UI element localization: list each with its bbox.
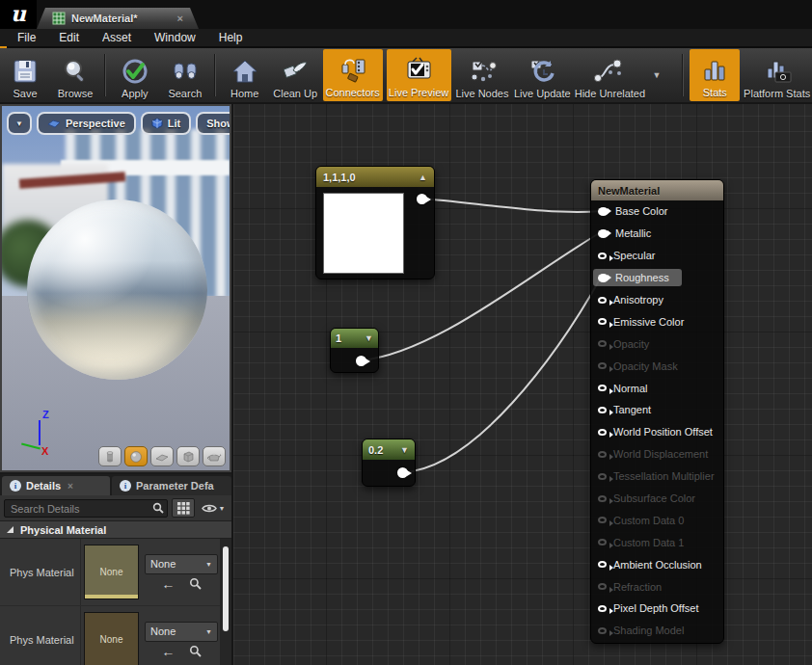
menu-edit[interactable]: Edit — [47, 31, 91, 44]
plane-shape-button[interactable] — [150, 446, 174, 466]
input-pin-icon[interactable] — [598, 318, 607, 325]
input-pin-icon[interactable] — [598, 229, 609, 238]
teapot-shape-button[interactable] — [203, 446, 226, 466]
pin-base-color[interactable]: Base Color — [591, 200, 723, 223]
toolbar-more-caret-icon[interactable]: ▼ — [647, 70, 667, 80]
hide-unrelated-toggle[interactable]: Hide Unrelated — [573, 48, 646, 102]
lit-button[interactable]: Lit — [141, 112, 191, 135]
pin-ambient-occlusion[interactable]: Ambient Occlusion — [591, 553, 723, 575]
thumbnail-text: None — [100, 634, 123, 645]
input-pin-icon[interactable] — [598, 429, 607, 436]
live-update-toggle[interactable]: Live Update — [511, 48, 573, 102]
perspective-button[interactable]: Perspective — [37, 112, 136, 135]
parameter-defaults-tab-label: Parameter Defa — [136, 480, 214, 492]
phys-material-thumbnail[interactable]: None — [84, 612, 139, 665]
input-pin-icon[interactable] — [598, 297, 607, 304]
pin-metallic[interactable]: Metallic — [591, 223, 723, 245]
details-tab-bar: i Details × i Parameter Defa — [0, 474, 231, 495]
use-selected-icon[interactable]: ← — [162, 577, 176, 591]
pin-world-position-offset[interactable]: World Position Offset — [591, 421, 723, 443]
display-filter-button[interactable] — [172, 498, 195, 518]
pin-label: Tangent — [613, 404, 651, 415]
material-node-header[interactable]: NewMaterial — [591, 180, 723, 200]
pin-label: Opacity Mask — [613, 360, 678, 372]
connectors-label: Connectors — [325, 87, 379, 98]
connectors-icon — [338, 55, 367, 86]
cylinder-shape-button[interactable] — [98, 446, 122, 466]
browse-label: Browse — [58, 88, 94, 99]
pin-pixel-depth-offset[interactable]: Pixel Depth Offset — [591, 598, 723, 620]
collapse-triangle-icon[interactable]: ▼ — [365, 333, 373, 343]
tab-parameter-defaults[interactable]: i Parameter Defa — [112, 476, 231, 495]
constant02-node[interactable]: 0.2 ▼ — [362, 439, 416, 487]
pin-specular[interactable]: Specular — [591, 245, 723, 267]
cube-shape-button[interactable] — [176, 446, 200, 466]
thumbnail-text: None — [100, 567, 123, 577]
phys-material-dropdown[interactable]: None ▼ — [145, 554, 218, 574]
collapse-triangle-icon[interactable]: ▲ — [419, 173, 427, 182]
constant4-output-pin[interactable] — [417, 194, 427, 204]
browse-button[interactable]: Browse — [50, 48, 100, 102]
constant1-output-pin[interactable] — [356, 356, 366, 366]
constant02-output-pin[interactable] — [397, 467, 408, 478]
constant1-node-header[interactable]: 1 ▼ — [331, 329, 378, 348]
live-preview-toggle[interactable]: Live Preview — [387, 49, 451, 101]
phys-material-dropdown[interactable]: None ▼ — [145, 622, 218, 642]
clean-up-button[interactable]: Clean Up — [270, 48, 321, 102]
input-pin-icon[interactable] — [598, 207, 609, 216]
search-details-input[interactable] — [4, 499, 168, 518]
close-icon[interactable]: × — [177, 13, 183, 24]
sphere-shape-button[interactable] — [124, 446, 148, 466]
input-pin-icon[interactable] — [598, 605, 607, 612]
home-label: Home — [230, 88, 258, 99]
constant1-node[interactable]: 1 ▼ — [330, 328, 379, 373]
apply-button[interactable]: Apply — [110, 48, 160, 102]
details-scrollbar-thumb[interactable] — [223, 546, 229, 631]
tab-details[interactable]: i Details × — [2, 476, 110, 495]
input-pin-icon[interactable] — [598, 385, 607, 391]
input-pin-icon[interactable] — [598, 407, 607, 413]
pin-anisotropy[interactable]: Anisotropy — [591, 289, 723, 311]
input-pin-icon[interactable] — [598, 274, 609, 282]
browse-asset-icon[interactable] — [189, 577, 202, 590]
platform-stats-button[interactable]: Platform Stats — [742, 48, 812, 102]
input-pin-icon[interactable] — [598, 561, 607, 568]
menu-help[interactable]: Help — [207, 31, 255, 44]
collapse-triangle-icon[interactable]: ▼ — [400, 445, 409, 455]
search-button[interactable]: Search — [160, 48, 210, 102]
menu-file[interactable]: File — [6, 31, 47, 44]
pin-tangent[interactable]: Tangent — [591, 399, 723, 421]
teapot-icon — [206, 451, 222, 463]
connectors-toggle[interactable]: Connectors — [323, 49, 383, 101]
live-preview-icon — [403, 55, 434, 86]
perspective-icon — [47, 119, 61, 128]
pin-normal[interactable]: Normal — [591, 377, 723, 399]
asset-tab-newmaterial[interactable]: NewMaterial* × — [37, 8, 199, 29]
dropdown-value: None — [150, 625, 176, 637]
save-button[interactable]: Save — [0, 48, 50, 102]
constant4-node[interactable]: 1,1,1,0 ▲ — [315, 166, 435, 279]
viewport-options-button[interactable]: ▼ — [7, 112, 32, 135]
browse-asset-icon[interactable] — [189, 645, 202, 657]
stats-toggle[interactable]: Stats — [690, 49, 740, 101]
menu-asset[interactable]: Asset — [91, 31, 143, 44]
constant4-title: 1,1,1,0 — [323, 172, 356, 183]
constant4-node-header[interactable]: 1,1,1,0 ▲ — [316, 167, 434, 187]
constant02-node-header[interactable]: 0.2 ▼ — [363, 439, 415, 460]
material-result-node[interactable]: NewMaterial Base Color Metallic Specular… — [590, 179, 724, 644]
home-button[interactable]: Home — [220, 48, 270, 102]
show-button[interactable]: Show — [196, 112, 231, 135]
input-pin-icon — [598, 583, 607, 590]
material-graph-canvas[interactable]: 1,1,1,0 ▲ 1 ▼ 0.2 — [231, 104, 812, 665]
phys-material-thumbnail[interactable]: None — [84, 545, 139, 599]
use-selected-icon[interactable]: ← — [162, 645, 176, 658]
physical-material-section-header[interactable]: Physical Material — [0, 520, 231, 539]
visibility-filter-button[interactable]: ▼ — [199, 498, 228, 518]
pin-roughness[interactable]: Roughness — [591, 267, 723, 289]
preview-viewport[interactable]: ▼ Perspective Lit Show Z — [0, 104, 231, 472]
input-pin-icon[interactable] — [598, 253, 607, 259]
menu-window[interactable]: Window — [143, 31, 207, 44]
close-icon[interactable]: × — [68, 481, 73, 492]
live-nodes-toggle[interactable]: Live Nodes — [453, 48, 512, 102]
pin-emissive-color[interactable]: Emissive Color — [591, 310, 723, 332]
